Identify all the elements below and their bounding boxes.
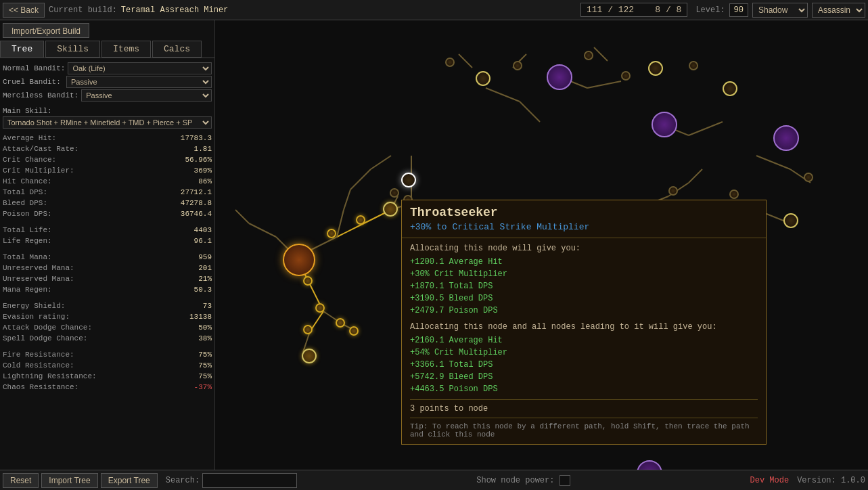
tree-node[interactable]	[668, 186, 678, 196]
tree-node[interactable]	[315, 303, 325, 313]
stat-energy-shield: Energy Shield: 73	[3, 300, 212, 311]
bandit-row-merciless: Merciless Bandit: Passive Oak Alira Krai…	[3, 89, 212, 102]
tooltip-gain-4: +2479.7 Poison DPS	[410, 305, 758, 317]
stat-bleed-dps: Bleed DPS: 47278.8	[3, 198, 212, 208]
tab-calcs[interactable]: Calcs	[152, 41, 202, 58]
tree-node[interactable]	[723, 81, 737, 96]
level-label: Level:	[695, 5, 725, 15]
tree-node[interactable]	[302, 349, 317, 363]
tree-node[interactable]	[383, 202, 398, 217]
stat-evasion: Evasion rating: 13138	[3, 311, 212, 322]
stats-section: Average Hit: 17783.3 Attack/Cast Rate: 1…	[0, 130, 214, 470]
tooltip-path-gain-2: +3366.1 Total DPS	[410, 359, 758, 371]
svg-line-10	[249, 223, 276, 237]
tree-area[interactable]: Throatseeker +30% to Critical Strike Mul…	[215, 20, 868, 470]
cruel-bandit-select[interactable]: Passive Oak Alira Kraityn	[66, 76, 212, 88]
normal-bandit-label: Normal Bandit:	[3, 64, 65, 72]
bottom-bar: Reset Import Tree Export Tree Search: Sh…	[0, 470, 868, 490]
class-select[interactable]: Shadow Ranger Duelist Marauder Templar W…	[752, 3, 808, 18]
tree-node[interactable]	[804, 173, 813, 182]
stat-chaos-res: Chaos Resistance: -37%	[3, 382, 212, 393]
tree-node[interactable]	[729, 190, 739, 199]
tree-node-keystone3[interactable]	[773, 125, 799, 151]
tree-node-keystone2[interactable]	[652, 112, 677, 137]
svg-line-24	[689, 122, 723, 135]
main-skill-label: Main Skill:	[3, 107, 212, 115]
back-button[interactable]: << Back	[3, 3, 45, 18]
stat-unreserved-mana-pct: Unreserved Mana: 21%	[3, 273, 212, 284]
svg-line-32	[459, 54, 472, 68]
stat-hit-chance: Hit Chance: 86%	[3, 176, 212, 187]
tree-node[interactable]	[303, 276, 313, 286]
stat-crit-multi: Crit Multiplier: 369%	[3, 165, 212, 176]
tooltip-subtitle: +30% to Critical Strike Multiplier	[402, 222, 766, 238]
tree-node[interactable]	[445, 58, 455, 67]
tab-tree[interactable]: Tree	[0, 41, 44, 58]
svg-line-14	[350, 169, 371, 190]
tabs: Tree Skills Items Calcs	[0, 41, 214, 58]
tree-node[interactable]	[327, 229, 336, 238]
tree-node[interactable]	[648, 61, 663, 76]
tab-items[interactable]: Items	[101, 41, 151, 58]
node-power-checkbox[interactable]	[559, 475, 570, 486]
tree-node[interactable]	[349, 326, 359, 336]
svg-line-25	[756, 156, 790, 169]
tooltip-path-gain-1: +54% Crit Multiplier	[410, 347, 758, 359]
current-build-label: Current build:	[49, 5, 117, 15]
tree-node[interactable]	[336, 318, 345, 328]
reset-button[interactable]: Reset	[3, 473, 39, 488]
stat-unreserved-mana: Unreserved Mana: 201	[3, 263, 212, 273]
build-name: Teramal Assreach Miner	[121, 5, 228, 15]
start-node[interactable]	[283, 244, 315, 276]
tooltip-path-gain-4: +4463.5 Poison DPS	[410, 383, 758, 395]
tree-node[interactable]	[689, 61, 698, 70]
dev-mode-label: Dev Mode	[750, 476, 790, 485]
export-tree-button[interactable]: Export Tree	[101, 473, 158, 488]
tab-skills[interactable]: Skills	[45, 41, 100, 58]
tooltip-title: Throatseeker	[402, 200, 766, 222]
tooltip-points: 3 points to node	[410, 399, 758, 414]
main-skill-section: Main Skill: Tornado Shot + RMine + Minef…	[0, 106, 214, 130]
stat-attack-dodge: Attack Dodge Chance: 50%	[3, 322, 212, 333]
stat-life-regen: Life Regen: 96.1	[3, 236, 212, 246]
merciless-bandit-select[interactable]: Passive Oak Alira Kraityn	[81, 89, 212, 102]
normal-bandit-select[interactable]: Oak (Life) Alira Kraityn Passive	[68, 62, 212, 74]
svg-line-19	[486, 88, 520, 102]
tree-node[interactable]	[621, 71, 631, 81]
import-export-button[interactable]: Import/Export Build	[3, 23, 89, 38]
tooltip-gain-2: +1870.1 Total DPS	[410, 280, 758, 292]
tree-node-throatseeker[interactable]	[401, 173, 416, 187]
svg-line-22	[587, 81, 621, 88]
version-label: Version: 1.0.0	[797, 476, 865, 485]
tree-node-keystone[interactable]	[547, 64, 572, 90]
tooltip-gain-0: +1200.1 Average Hit	[410, 256, 758, 268]
tree-node[interactable]	[584, 51, 593, 60]
tree-node[interactable]	[513, 61, 522, 70]
main-skill-select[interactable]: Tornado Shot + RMine + Minefield + TMD +…	[3, 116, 212, 129]
svg-line-20	[520, 102, 540, 122]
tree-node[interactable]	[476, 71, 490, 86]
svg-line-12	[337, 210, 344, 237]
tooltip: Throatseeker +30% to Critical Strike Mul…	[401, 200, 767, 445]
node-power-label: Show node power:	[476, 476, 554, 485]
tooltip-path-label: Allocating this node and all nodes leadi…	[410, 322, 758, 332]
node-counter: 111 / 122 8 / 8	[580, 3, 687, 17]
search-input[interactable]	[202, 473, 297, 488]
level-value: 90	[729, 3, 748, 17]
subclass-select[interactable]: Assassin Saboteur Trickster	[812, 3, 865, 18]
tree-node[interactable]	[390, 188, 399, 198]
tooltip-allocating-label: Allocating this node will give you:	[410, 244, 758, 253]
import-tree-button[interactable]: Import Tree	[41, 473, 97, 488]
left-panel: Import/Export Build Tree Skills Items Ca…	[0, 20, 215, 470]
tree-node[interactable]	[303, 325, 313, 334]
tree-node[interactable]	[356, 215, 365, 225]
stat-lightning-res: Lightning Resistance: 75%	[3, 371, 212, 382]
tree-node-keystone6[interactable]	[637, 460, 662, 470]
tree-node[interactable]	[783, 213, 798, 228]
stat-mana-regen: Mana Regen: 50.3	[3, 284, 212, 295]
search-label: Search:	[166, 476, 200, 485]
svg-line-34	[594, 47, 608, 61]
svg-line-1	[337, 223, 364, 237]
svg-line-11	[235, 210, 249, 223]
stat-cast-rate: Attack/Cast Rate: 1.81	[3, 143, 212, 154]
